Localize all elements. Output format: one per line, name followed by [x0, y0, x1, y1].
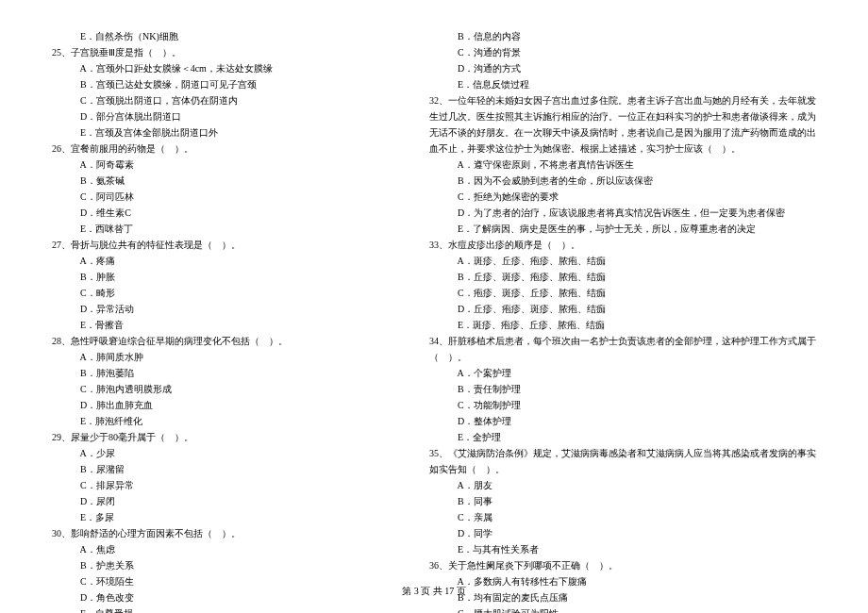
exam-question: 34、肝脏移植术后患者，每个班次由一名护士负责该患者的全部护理，这种护理工作方式…	[429, 333, 816, 349]
right-column: B．信息的内容 C．沟通的背景 D．沟通的方式 E．信息反馈过程32、一位年轻的…	[429, 28, 816, 613]
exam-option: C．亲属	[429, 509, 816, 525]
exam-option: A．遵守保密原则，不将患者真情告诉医生	[429, 157, 816, 173]
exam-option: A．朋友	[429, 477, 816, 493]
left-column: E．自然杀伤（NK)细胞25、子宫脱垂Ⅲ度是指（ ）。 A．宫颈外口距处女膜缘＜…	[52, 28, 392, 613]
exam-option: C．阿司匹林	[52, 189, 392, 205]
exam-option: E．了解病因、病史是医生的事，与护士无关，所以，应尊重患者的决定	[429, 221, 816, 237]
exam-option: A．斑疹、丘疹、疱疹、脓疱、结痂	[429, 253, 816, 269]
exam-option: C．拒绝为她保密的要求	[429, 189, 816, 205]
exam-option: B．因为不会威胁到患者的生命，所以应该保密	[429, 173, 816, 189]
exam-option: E．斑疹、疱疹、丘疹、脓疱、结痂	[429, 317, 816, 333]
exam-option: D．异常活动	[52, 301, 392, 317]
exam-option: E．骨擦音	[52, 317, 392, 333]
exam-option: B．丘疹、斑疹、疱疹、脓疱、结痂	[429, 269, 816, 285]
exam-option: A．焦虑	[52, 541, 392, 557]
exam-question: 如实告知（ ）。	[429, 461, 816, 477]
exam-option: A．阿奇霉素	[52, 157, 392, 173]
exam-option: B．氨茶碱	[52, 173, 392, 189]
exam-option: A．肺间质水肿	[52, 349, 392, 365]
exam-option: B．肿胀	[52, 269, 392, 285]
exam-option: E．多尿	[52, 509, 392, 525]
exam-option: E．肺泡纤维化	[52, 413, 392, 429]
exam-option: E．信息反馈过程	[429, 76, 816, 92]
exam-question: 33、水痘皮疹出疹的顺序是（ ）。	[429, 237, 816, 253]
exam-option: E．全护理	[429, 429, 816, 445]
exam-option: D．沟通的方式	[429, 60, 816, 76]
exam-option: A．少尿	[52, 445, 392, 461]
exam-option: C．宫颈脱出阴道口，宫体仍在阴道内	[52, 92, 392, 108]
exam-question: 26、宜餐前服用的药物是（ ）。	[52, 141, 392, 157]
exam-option: B．肺泡萎陷	[52, 365, 392, 381]
page-footer: 第 3 页 共 17 页	[0, 583, 868, 599]
exam-question: 28、急性呼吸窘迫综合征早期的病理变化不包括（ ）。	[52, 333, 392, 349]
exam-option: A．宫颈外口距处女膜缘＜4cm，未达处女膜缘	[52, 60, 392, 76]
exam-question: 36、关于急性阑尾炎下列哪项不正确（ ）。	[429, 557, 816, 573]
exam-question: 32、一位年轻的未婚妇女因子宫出血过多住院。患者主诉子宫出血与她的月经有关，去年…	[429, 92, 816, 108]
exam-option: D．肺出血肺充血	[52, 397, 392, 413]
exam-option: B．护患关系	[52, 557, 392, 573]
exam-option: B．宫颈已达处女膜缘，阴道口可见子宫颈	[52, 76, 392, 92]
exam-option: E．自尊受损	[52, 605, 392, 613]
exam-option: C．沟通的背景	[429, 44, 816, 60]
exam-question: 25、子宫脱垂Ⅲ度是指（ ）。	[52, 44, 392, 60]
exam-option: C．排尿异常	[52, 477, 392, 493]
exam-option: C．畸形	[52, 285, 392, 301]
exam-option: A．疼痛	[52, 253, 392, 269]
exam-option: D．丘疹、疱疹、斑疹、脓疱、结痂	[429, 301, 816, 317]
exam-question: 血不止，并要求这位护士为她保密。根据上述描述，实习护士应该（ ）。	[429, 141, 816, 157]
exam-option: E．宫颈及宫体全部脱出阴道口外	[52, 124, 392, 141]
exam-option: C．腰大肌试验可为阳性	[429, 605, 816, 613]
exam-option: D．整体护理	[429, 413, 816, 429]
exam-option: B．信息的内容	[429, 28, 816, 44]
exam-question: 无话不谈的好朋友。在一次聊天中谈及病情时，患者说自己是因为服用了流产药物而造成的…	[429, 124, 816, 141]
exam-question: 生过几次。医生按照其主诉施行相应的治疗。一位正在妇科实习的护士和患者做谈得来，成…	[429, 108, 816, 124]
exam-option: C．肺泡内透明膜形成	[52, 381, 392, 397]
exam-question: （ ）。	[429, 349, 816, 365]
exam-question: 27、骨折与脱位共有的特征性表现是（ ）。	[52, 237, 392, 253]
exam-option: B．尿潴留	[52, 461, 392, 477]
exam-option: D．同学	[429, 525, 816, 541]
exam-option: B．责任制护理	[429, 381, 816, 397]
exam-option: D．尿闭	[52, 493, 392, 509]
exam-question: 35、《艾滋病防治条例》规定，艾滋病病毒感染者和艾滋病病人应当将其感染或者发病的…	[429, 445, 816, 461]
exam-option: D．为了患者的治疗，应该说服患者将真实情况告诉医生，但一定要为患者保密	[429, 205, 816, 221]
exam-option: E．自然杀伤（NK)细胞	[52, 28, 392, 44]
exam-option: C．功能制护理	[429, 397, 816, 413]
exam-question: 30、影响舒适的心理方面因素不包括（ ）。	[52, 525, 392, 541]
exam-option: B．同事	[429, 493, 816, 509]
exam-question: 29、尿量少于80毫升属于（ ）。	[52, 429, 392, 445]
exam-option: C．疱疹、斑疹、丘疹、脓疱、结痂	[429, 285, 816, 301]
page-container: E．自然杀伤（NK)细胞25、子宫脱垂Ⅲ度是指（ ）。 A．宫颈外口距处女膜缘＜…	[0, 0, 868, 613]
exam-option: E．与其有性关系者	[429, 541, 816, 557]
exam-option: D．部分宫体脱出阴道口	[52, 108, 392, 124]
exam-option: D．维生素C	[52, 205, 392, 221]
exam-option: E．西咪替丁	[52, 221, 392, 237]
exam-option: A．个案护理	[429, 365, 816, 381]
